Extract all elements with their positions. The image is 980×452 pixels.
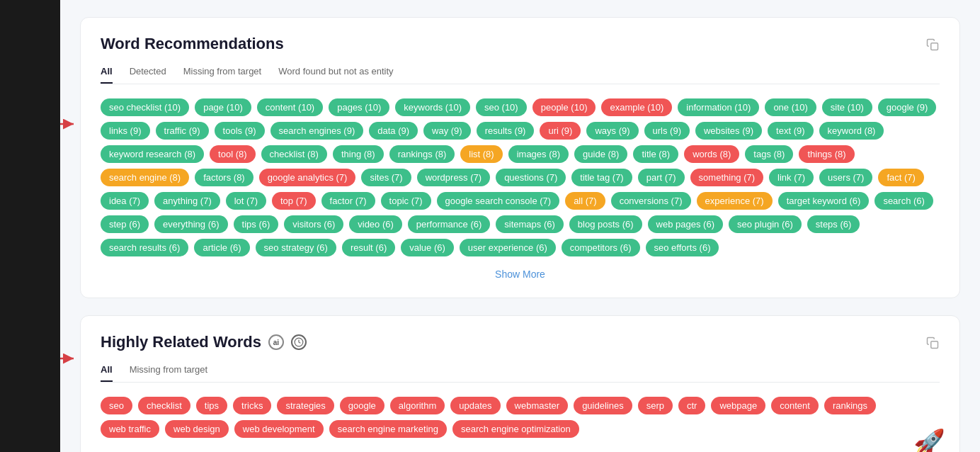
tab-missing-hrw[interactable]: Missing from target xyxy=(130,364,208,382)
word-tag[interactable]: results (9) xyxy=(477,122,535,140)
word-tag[interactable]: result (6) xyxy=(342,239,395,256)
word-tag[interactable]: checklist (8) xyxy=(261,145,327,163)
copy-button[interactable] xyxy=(923,35,942,55)
word-tag[interactable]: conversions (7) xyxy=(611,192,691,210)
word-tag[interactable]: something (7) xyxy=(690,169,763,186)
word-tag[interactable]: pages (10) xyxy=(329,98,389,116)
word-tag[interactable]: fact (7) xyxy=(878,169,923,186)
word-tag[interactable]: keyword research (8) xyxy=(101,145,204,163)
related-tag[interactable]: web traffic xyxy=(101,420,159,438)
tab-all-hrw[interactable]: All xyxy=(101,364,113,382)
word-tag[interactable]: page (10) xyxy=(195,98,251,116)
related-tag[interactable]: guidelines xyxy=(574,397,632,414)
related-tag[interactable]: algorithm xyxy=(390,397,445,414)
word-tag[interactable]: factor (7) xyxy=(321,192,375,210)
word-tag[interactable]: search engine (8) xyxy=(101,169,189,186)
word-tag[interactable]: tools (9) xyxy=(215,122,265,140)
word-tag[interactable]: text (9) xyxy=(768,122,813,140)
word-tag[interactable]: seo (10) xyxy=(476,98,527,116)
word-tag[interactable]: urls (9) xyxy=(644,122,690,140)
word-tag[interactable]: sitemaps (6) xyxy=(496,215,564,233)
word-tag[interactable]: anything (7) xyxy=(154,192,220,210)
related-tag[interactable]: content xyxy=(771,397,819,414)
word-tag[interactable]: title (8) xyxy=(633,145,678,163)
word-tag[interactable]: one (10) xyxy=(765,98,816,116)
word-tag[interactable]: way (9) xyxy=(423,122,471,140)
word-tag[interactable]: users (7) xyxy=(819,169,872,186)
word-tag[interactable]: guide (8) xyxy=(574,145,627,163)
word-tag[interactable]: tags (8) xyxy=(745,145,793,163)
word-tag[interactable]: lot (7) xyxy=(226,192,266,210)
word-tag[interactable]: step (6) xyxy=(101,215,149,233)
word-tag[interactable]: search (6) xyxy=(874,192,933,210)
related-tag[interactable]: strategies xyxy=(277,397,334,414)
word-tag[interactable]: wordpress (7) xyxy=(417,169,490,186)
word-tag[interactable]: websites (9) xyxy=(695,122,762,140)
word-tag[interactable]: tool (8) xyxy=(210,145,255,163)
word-tag[interactable]: google (9) xyxy=(878,98,937,116)
related-tag[interactable]: tips xyxy=(196,397,227,414)
word-tag[interactable]: thing (8) xyxy=(333,145,384,163)
word-tag[interactable]: things (8) xyxy=(799,145,854,163)
related-tag[interactable]: seo xyxy=(101,397,132,414)
word-tag[interactable]: uri (9) xyxy=(540,122,581,140)
word-tag[interactable]: seo checklist (10) xyxy=(101,98,189,116)
related-tag[interactable]: search engine optimization xyxy=(452,420,579,438)
word-tag[interactable]: web pages (6) xyxy=(648,215,723,233)
word-tag[interactable]: part (7) xyxy=(638,169,685,186)
word-tag[interactable]: links (9) xyxy=(101,122,150,140)
related-tag[interactable]: web development xyxy=(234,420,324,438)
word-tag[interactable]: steps (6) xyxy=(807,215,860,233)
word-tag[interactable]: content (10) xyxy=(257,98,323,116)
word-tag[interactable]: rankings (8) xyxy=(389,145,455,163)
word-tag[interactable]: images (8) xyxy=(508,145,569,163)
show-more-link[interactable]: Show More xyxy=(495,269,545,280)
word-tag[interactable]: everything (6) xyxy=(154,215,227,233)
related-tag[interactable]: webpage xyxy=(711,397,765,414)
word-tag[interactable]: seo efforts (6) xyxy=(646,239,719,256)
word-tag[interactable]: information (10) xyxy=(678,98,759,116)
word-tag[interactable]: tips (6) xyxy=(234,215,279,233)
word-tag[interactable]: target keyword (6) xyxy=(778,192,870,210)
word-tag[interactable]: ways (9) xyxy=(586,122,638,140)
related-tag[interactable]: webmaster xyxy=(506,397,569,414)
word-tag[interactable]: article (6) xyxy=(194,239,249,256)
word-tag[interactable]: example (10) xyxy=(601,98,672,116)
word-tag[interactable]: google analytics (7) xyxy=(259,169,356,186)
tab-detected[interactable]: Detected xyxy=(130,66,166,84)
word-tag[interactable]: performance (6) xyxy=(408,215,490,233)
related-tag[interactable]: tricks xyxy=(233,397,271,414)
related-tag[interactable]: search engine marketing xyxy=(329,420,447,438)
word-tag[interactable]: all (7) xyxy=(565,192,605,210)
related-tag[interactable]: updates xyxy=(450,397,500,414)
word-tag[interactable]: site (10) xyxy=(822,98,872,116)
tab-missing[interactable]: Missing from target xyxy=(183,66,262,84)
word-tag[interactable]: link (7) xyxy=(769,169,814,186)
word-tag[interactable]: visitors (6) xyxy=(284,215,343,233)
word-tag[interactable]: search results (6) xyxy=(101,239,188,256)
word-tag[interactable]: data (9) xyxy=(369,122,418,140)
word-tag[interactable]: user experience (6) xyxy=(460,239,556,256)
related-tag[interactable]: checklist xyxy=(138,397,190,414)
word-tag[interactable]: sites (7) xyxy=(361,169,411,186)
word-tag[interactable]: traffic (9) xyxy=(156,122,209,140)
tab-word-found[interactable]: Word found but not as entity xyxy=(278,66,393,84)
word-tag[interactable]: seo strategy (6) xyxy=(256,239,336,256)
word-tag[interactable]: words (8) xyxy=(684,145,739,163)
copy-button-hrw[interactable] xyxy=(923,333,942,353)
related-tag[interactable]: serp xyxy=(638,397,673,414)
word-tag[interactable]: questions (7) xyxy=(496,169,566,186)
word-tag[interactable]: competitors (6) xyxy=(562,239,640,256)
word-tag[interactable]: people (10) xyxy=(532,98,596,116)
word-tag[interactable]: experience (7) xyxy=(697,192,773,210)
word-tag[interactable]: top (7) xyxy=(272,192,316,210)
word-tag[interactable]: list (8) xyxy=(460,145,502,163)
word-tag[interactable]: value (6) xyxy=(401,239,454,256)
word-tag[interactable]: factors (8) xyxy=(195,169,253,186)
word-tag[interactable]: topic (7) xyxy=(381,192,431,210)
related-tag[interactable]: web design xyxy=(165,420,229,438)
word-tag[interactable]: keywords (10) xyxy=(395,98,470,116)
related-tag[interactable]: ctr xyxy=(678,397,705,414)
word-tag[interactable]: google search console (7) xyxy=(437,192,560,210)
related-tag[interactable]: google xyxy=(340,397,384,414)
